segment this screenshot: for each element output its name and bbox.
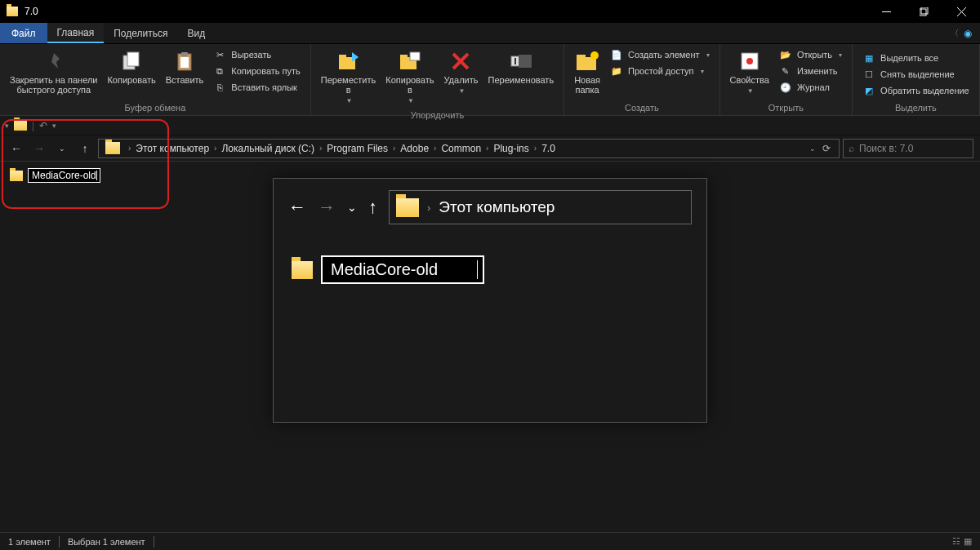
search-icon: ⌕ — [849, 143, 854, 154]
copyto-button[interactable]: Копировать в ▼ — [381, 46, 439, 109]
file-menu[interactable]: Файл — [0, 23, 47, 43]
breadcrumb-item[interactable]: Common — [439, 143, 483, 154]
svg-rect-1 — [920, 9, 926, 16]
annotation-highlight — [2, 119, 169, 209]
chevron-icon[interactable]: › — [483, 144, 492, 153]
zoom-callout: ← → ⌄ ↑ › Этот компьютер MediaCore-old — [273, 178, 707, 423]
paste-shortcut-button[interactable]: ⎘Вставить ярлык — [212, 80, 302, 95]
zoom-folder-item: MediaCore-old — [292, 255, 706, 284]
icons-view-icon[interactable]: ▦ — [964, 536, 972, 547]
svg-rect-9 — [339, 55, 346, 57]
zoom-breadcrumb: Этот компьютер — [439, 198, 555, 216]
zoom-rename-input: MediaCore-old — [321, 255, 484, 284]
paste-label: Вставить — [166, 75, 204, 85]
open-button[interactable]: 📂Открыть ▾ — [777, 47, 844, 62]
organize-group-label: Упорядочить — [316, 109, 559, 121]
chevron-icon[interactable]: › — [316, 144, 325, 153]
pin-label: Закрепить на панели быстрого доступа — [10, 75, 97, 95]
breadcrumb-item[interactable]: 7.0 — [540, 143, 557, 154]
forward-icon: → — [318, 197, 336, 218]
tab-home[interactable]: Главная — [47, 23, 105, 43]
invert-selection-button[interactable]: ◩Обратить выделение — [861, 83, 971, 98]
chevron-icon[interactable]: › — [211, 144, 220, 153]
breadcrumb-item[interactable]: Локальный диск (C:) — [220, 143, 316, 154]
svg-rect-15 — [519, 55, 532, 68]
new-folder-button[interactable]: Новая папка — [569, 46, 605, 98]
item-count: 1 элемент — [8, 537, 51, 547]
search-placeholder: Поиск в: 7.0 — [859, 143, 913, 154]
move-button[interactable]: Переместить в ▼ — [316, 46, 381, 109]
chevron-icon[interactable]: › — [390, 144, 399, 153]
svg-point-20 — [746, 58, 753, 64]
svg-rect-17 — [577, 55, 586, 57]
back-icon: ← — [288, 197, 306, 218]
chevron-icon[interactable]: › — [531, 144, 540, 153]
new-group-label: Создать — [569, 102, 714, 113]
rename-button[interactable]: Переименовать — [483, 46, 559, 88]
properties-label: Свойства — [730, 75, 769, 85]
copypath-button[interactable]: ⧉Копировать путь — [212, 64, 302, 78]
svg-rect-14 — [514, 58, 516, 64]
breadcrumb-item[interactable]: Program Files — [325, 143, 390, 154]
chevron-down-icon: ⌄ — [347, 201, 357, 214]
edit-button[interactable]: ✎Изменить — [777, 64, 844, 78]
svg-rect-7 — [181, 52, 188, 56]
folder-icon — [292, 261, 313, 279]
svg-rect-6 — [180, 57, 189, 68]
svg-rect-2 — [921, 7, 928, 14]
rename-label: Переименовать — [488, 75, 554, 85]
select-group-label: Выделить — [858, 102, 974, 113]
clipboard-group-label: Буфер обмена — [5, 102, 305, 113]
breadcrumb-item[interactable]: Plug-ins — [492, 143, 530, 154]
minimize-button[interactable] — [867, 0, 905, 23]
svg-rect-12 — [410, 52, 420, 60]
new-folder-label: Новая папка — [574, 75, 600, 95]
select-none-button[interactable]: ☐Снять выделение — [861, 67, 971, 82]
zoom-address-bar: › Этот компьютер — [389, 190, 692, 224]
history-button[interactable]: 🕘Журнал — [777, 80, 844, 95]
svg-point-18 — [590, 51, 599, 60]
details-view-icon[interactable]: ☷ — [952, 536, 960, 547]
status-bar: 1 элемент Выбран 1 элемент ☷ ▦ — [0, 532, 980, 550]
window-title: 7.0 — [24, 6, 38, 17]
ribbon-expand-icon[interactable]: 〈 — [951, 28, 959, 39]
ribbon-tabs: Файл Главная Поделиться Вид 〈 ◉ — [0, 23, 980, 44]
open-group-label: Открыть — [725, 102, 848, 113]
chevron-icon: › — [427, 202, 430, 214]
cut-button[interactable]: ✂Вырезать — [212, 47, 302, 62]
easy-access-button[interactable]: 📁Простой доступ ▾ — [608, 64, 711, 78]
close-button[interactable] — [942, 0, 980, 23]
svg-rect-4 — [127, 52, 139, 66]
tab-share[interactable]: Поделиться — [104, 23, 177, 43]
copy-label: Копировать — [107, 75, 155, 85]
refresh-icon[interactable]: ⟳ — [822, 143, 831, 154]
ribbon: Закрепить на панели быстрого доступа Коп… — [0, 44, 980, 116]
select-all-button[interactable]: ▦Выделить все — [861, 51, 971, 65]
tab-view[interactable]: Вид — [177, 23, 215, 43]
copy-button[interactable]: Копировать — [102, 46, 160, 88]
copyto-label: Копировать в — [385, 75, 434, 95]
delete-button[interactable]: Удалить▼ — [439, 46, 483, 100]
dropdown-icon[interactable]: ⌄ — [809, 144, 816, 153]
up-icon: ↑ — [368, 197, 377, 218]
help-icon[interactable]: ◉ — [964, 28, 972, 39]
folder-icon — [7, 7, 18, 16]
new-item-button[interactable]: 📄Создать элемент ▾ — [608, 47, 711, 62]
svg-rect-0 — [882, 11, 891, 12]
maximize-button[interactable] — [905, 0, 942, 23]
pin-button[interactable]: Закрепить на панели быстрого доступа — [5, 46, 102, 98]
chevron-icon[interactable]: › — [430, 144, 439, 153]
folder-icon — [396, 198, 419, 217]
breadcrumb-item[interactable]: Adobe — [399, 143, 430, 154]
move-label: Переместить в — [321, 75, 376, 95]
address-bar[interactable]: › Этот компьютер › Локальный диск (C:) ›… — [98, 139, 840, 158]
search-input[interactable]: ⌕ Поиск в: 7.0 — [843, 139, 973, 158]
paste-button[interactable]: Вставить — [161, 46, 209, 88]
delete-label: Удалить — [443, 75, 478, 85]
titlebar: 7.0 — [0, 0, 980, 23]
svg-rect-11 — [400, 55, 408, 57]
properties-button[interactable]: Свойства▼ — [725, 46, 774, 100]
selection-count: Выбран 1 элемент — [68, 537, 145, 547]
